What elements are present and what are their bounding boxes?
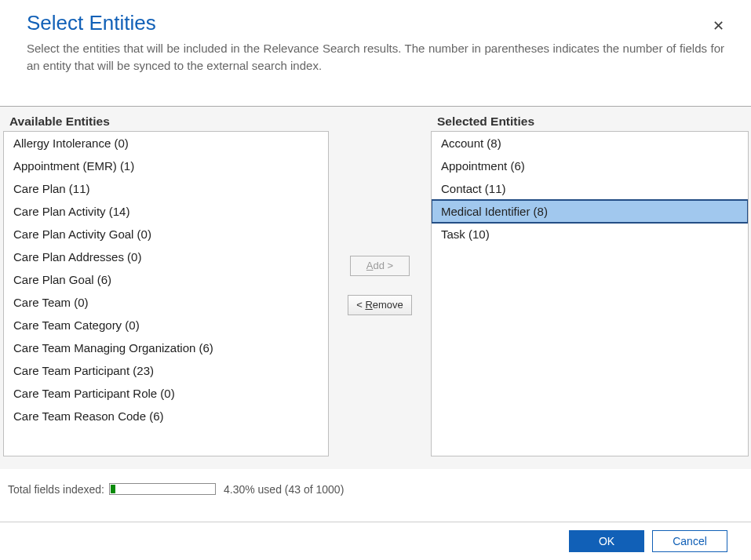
selected-listbox[interactable]: Account (8)Appointment (6)Contact (11)Me… xyxy=(431,131,749,456)
transfer-buttons: Add > < Remove xyxy=(329,115,431,456)
list-item[interactable]: Contact (11) xyxy=(432,177,748,200)
list-item[interactable]: Care Team (0) xyxy=(4,291,328,314)
list-item[interactable]: Care Plan Activity (14) xyxy=(4,200,328,223)
list-item[interactable]: Care Team Managing Organization (6) xyxy=(4,336,328,359)
list-item[interactable]: Care Team Participant Role (0) xyxy=(4,382,328,405)
list-item[interactable]: Task (10) xyxy=(432,223,748,245)
ok-button[interactable]: OK xyxy=(569,530,644,552)
list-item[interactable]: Allergy Intolerance (0) xyxy=(4,132,328,155)
list-item[interactable]: Care Team Reason Code (6) xyxy=(4,405,328,427)
list-item[interactable]: Care Team Participant (23) xyxy=(4,359,328,382)
add-button[interactable]: Add > xyxy=(350,256,410,276)
selected-column: Selected Entities Account (8)Appointment… xyxy=(431,115,749,456)
available-column: Available Entities Allergy Intolerance (… xyxy=(3,115,329,456)
dialog-header: Select Entities Select the entities that… xyxy=(0,0,751,90)
progress-bar xyxy=(109,483,216,495)
list-item[interactable]: Care Plan (11) xyxy=(4,177,328,200)
list-item[interactable]: Care Team Category (0) xyxy=(4,314,328,336)
status-usage: 4.30% used (43 of 1000) xyxy=(224,483,344,496)
remove-button[interactable]: < Remove xyxy=(348,295,412,315)
list-item[interactable]: Care Plan Addresses (0) xyxy=(4,245,328,268)
status-row: Total fields indexed: 4.30% used (43 of … xyxy=(0,469,751,496)
dialog-footer: OK Cancel xyxy=(0,522,751,560)
list-item[interactable]: Account (8) xyxy=(432,132,748,155)
cancel-button[interactable]: Cancel xyxy=(652,530,727,552)
lists-area: Available Entities Allergy Intolerance (… xyxy=(0,106,751,469)
close-icon[interactable]: ✕ xyxy=(713,19,724,33)
progress-fill xyxy=(111,485,115,493)
dialog-title: Select Entities xyxy=(27,11,724,35)
list-item[interactable]: Appointment (EMR) (1) xyxy=(4,155,328,177)
list-item[interactable]: Appointment (6) xyxy=(432,155,748,177)
status-label: Total fields indexed: xyxy=(8,483,104,496)
list-item[interactable]: Care Plan Goal (6) xyxy=(4,268,328,291)
selected-header: Selected Entities xyxy=(431,115,749,131)
select-entities-dialog: Select Entities Select the entities that… xyxy=(0,0,751,560)
available-listbox[interactable]: Allergy Intolerance (0)Appointment (EMR)… xyxy=(3,131,329,456)
list-item[interactable]: Medical Identifier (8) xyxy=(431,199,749,224)
available-header: Available Entities xyxy=(3,115,329,131)
list-item[interactable]: Care Plan Activity Goal (0) xyxy=(4,223,328,245)
dialog-description: Select the entities that will be include… xyxy=(27,40,724,75)
